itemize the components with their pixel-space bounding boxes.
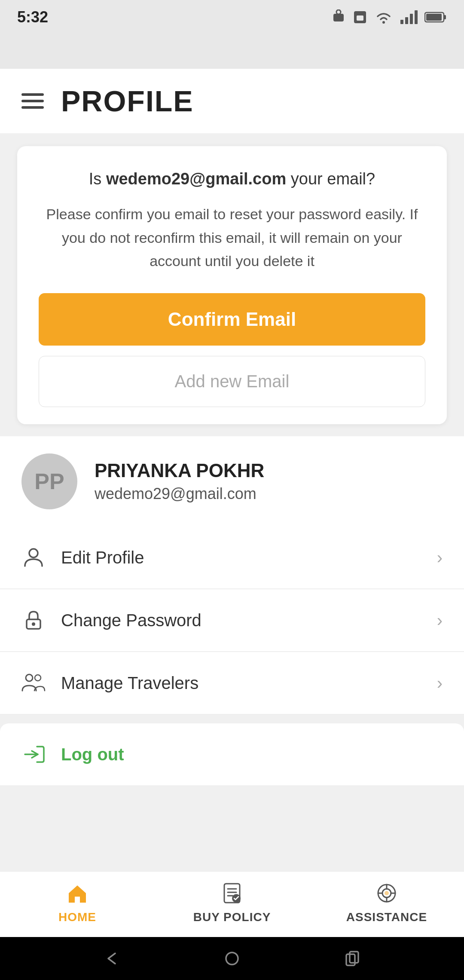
recents-button[interactable] [342, 948, 363, 969]
email-confirm-card: Is wedemo29@gmail.com your email? Please… [17, 146, 447, 424]
svg-rect-1 [333, 14, 344, 21]
menu-item-logout[interactable]: Log out [0, 723, 464, 785]
logout-icon [21, 742, 46, 766]
svg-rect-10 [444, 15, 446, 19]
hamburger-line-1 [21, 93, 44, 96]
add-new-email-button[interactable]: Add new Email [39, 356, 425, 407]
svg-point-26 [385, 891, 389, 895]
travelers-icon [21, 671, 46, 695]
svg-rect-6 [405, 17, 408, 24]
hamburger-line-2 [21, 100, 44, 102]
avatar: PP [21, 453, 77, 509]
user-info: PRIYANKA POKHR wedemo29@gmail.com [95, 460, 264, 503]
user-email: wedemo29@gmail.com [95, 485, 264, 503]
page-title: PROFILE [61, 84, 194, 118]
person-icon [21, 545, 46, 570]
logout-label: Log out [61, 745, 124, 764]
menu-item-edit-profile[interactable]: Edit Profile › [0, 527, 464, 589]
signal-icon [400, 9, 418, 25]
notification-icon [331, 9, 346, 25]
svg-point-14 [32, 622, 35, 626]
home-icon [64, 880, 90, 906]
change-password-label: Change Password [61, 611, 421, 630]
top-gap [0, 34, 464, 69]
svg-point-27 [226, 952, 238, 965]
menu-item-manage-travelers[interactable]: Manage Travelers › [0, 652, 464, 715]
battery-icon [424, 11, 447, 24]
svg-rect-3 [357, 15, 363, 21]
nav-item-assistance[interactable]: ASSISTANCE [309, 880, 464, 924]
svg-point-16 [35, 675, 41, 681]
header: PROFILE [0, 69, 464, 133]
email-question: Is wedemo29@gmail.com your email? [39, 168, 425, 190]
edit-profile-label: Edit Profile [61, 548, 421, 567]
svg-rect-8 [415, 10, 418, 24]
status-bar: 5:32 [0, 0, 464, 34]
android-nav-bar [0, 937, 464, 980]
hamburger-menu-button[interactable] [21, 93, 44, 109]
nav-assistance-label: ASSISTANCE [346, 910, 427, 924]
back-button[interactable] [101, 948, 122, 969]
svg-point-15 [26, 674, 33, 681]
svg-rect-29 [350, 952, 358, 963]
lock-icon [21, 608, 46, 632]
policy-icon [219, 880, 245, 906]
email-highlight: wedemo29@gmail.com [106, 170, 286, 188]
svg-point-0 [336, 10, 341, 14]
menu-item-change-password[interactable]: Change Password › [0, 589, 464, 652]
svg-rect-5 [400, 20, 403, 24]
hamburger-line-3 [21, 106, 44, 109]
menu-section: Edit Profile › Change Password › Manage … [0, 527, 464, 871]
nav-home-label: HOME [58, 910, 96, 924]
svg-rect-11 [426, 14, 442, 21]
svg-rect-28 [346, 954, 355, 965]
wifi-icon [374, 9, 394, 25]
nav-buy-policy-label: BUY POLICY [193, 910, 271, 924]
chevron-right-icon: › [437, 548, 443, 567]
user-profile-section: PP PRIYANKA POKHR wedemo29@gmail.com [0, 436, 464, 527]
chevron-right-icon: › [437, 674, 443, 693]
sim-icon [352, 9, 368, 25]
email-description: Please confirm you email to reset your p… [39, 202, 425, 273]
chevron-right-icon: › [437, 611, 443, 630]
assistance-icon [374, 880, 400, 906]
status-time: 5:32 [17, 8, 48, 26]
bottom-nav: HOME BUY POLICY AS [0, 871, 464, 937]
home-button[interactable] [221, 948, 243, 969]
user-name: PRIYANKA POKHR [95, 460, 264, 481]
svg-rect-7 [410, 14, 413, 24]
nav-item-home[interactable]: HOME [0, 880, 155, 924]
svg-point-12 [29, 549, 38, 557]
confirm-email-button[interactable]: Confirm Email [39, 293, 425, 346]
status-icons [331, 9, 447, 25]
svg-point-4 [382, 21, 385, 24]
nav-item-buy-policy[interactable]: BUY POLICY [155, 880, 309, 924]
manage-travelers-label: Manage Travelers [61, 674, 421, 693]
